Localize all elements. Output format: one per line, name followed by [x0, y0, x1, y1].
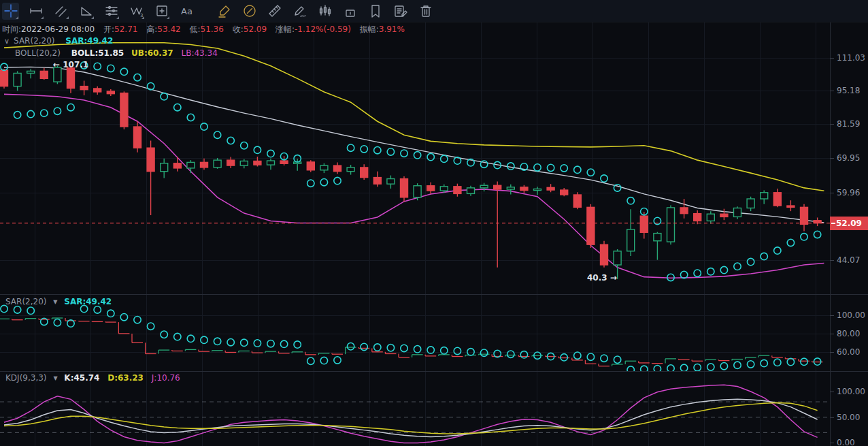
boll-lb-value: LB:43.34 [181, 48, 217, 58]
triangle-down-icon[interactable]: ▼ [53, 299, 57, 305]
boll-legend-row[interactable]: BOLL(20,2) BOLL:51.85 UB:60.37 LB:43.34 [15, 48, 218, 58]
boll-ub-value: UB:60.37 [131, 48, 173, 58]
text-tool[interactable]: Aa [178, 3, 195, 20]
high-label: 高: [146, 25, 157, 34]
kdj-k-value: K:45.74 [64, 373, 99, 383]
crosshair-tool[interactable] [2, 3, 19, 20]
dropdown-corner-icon [91, 16, 94, 19]
axis-tick [830, 58, 834, 59]
highlighter-tool[interactable] [216, 3, 233, 20]
elliott-wave-tool[interactable]: 3 [128, 3, 145, 20]
chevron-down-icon[interactable]: ∨ [4, 37, 10, 46]
lock-tool[interactable] [341, 3, 358, 20]
last-price-value: 52.09 [836, 219, 862, 228]
pane2-sar-value: SAR:49.42 [64, 297, 112, 306]
change-value: -1.12%(-0.59) [295, 25, 351, 34]
pane3-legend-row[interactable]: KDJ(9,3,3) ▼ K:45.74 D:63.23 J:10.76 [5, 373, 180, 383]
amplitude-value: 3.91% [379, 25, 405, 34]
axis-tick [830, 124, 834, 125]
high-price-annotation: ← 107.1 [53, 60, 88, 69]
boll-mid-value: BOLL:51.85 [71, 48, 124, 58]
kdj-d-value: D:63.23 [107, 373, 144, 383]
note-edit-icon [393, 3, 408, 18]
axis-tick [830, 193, 834, 193]
highlighter-icon [217, 3, 232, 18]
dropdown-corner-icon [167, 16, 169, 19]
boll-indicator-name: BOLL(20,2) [15, 48, 61, 58]
axis-tick [830, 417, 834, 418]
dropdown-corner-icon [141, 16, 144, 19]
kdj-j-value: J:10.76 [152, 373, 180, 383]
change-label: 涨幅: [276, 25, 295, 34]
low-label: 低: [189, 25, 200, 34]
circle-ruler-icon [242, 3, 257, 18]
parallel-lines-tool[interactable] [103, 3, 120, 20]
circle-measure-tool[interactable] [241, 3, 258, 20]
axis-tick [830, 158, 834, 159]
axis-tick [830, 91, 834, 91]
sar-value: SAR:49.42 [65, 36, 113, 46]
dropdown-corner-icon [41, 16, 44, 19]
time-value: 2022-06-29 08:00 [21, 25, 95, 34]
triangle-tool[interactable] [78, 3, 95, 20]
horizontal-line-tool[interactable] [27, 3, 44, 20]
kdj-indicator-name: KDJ(9,3,3) [5, 373, 47, 383]
close-value: 52.09 [244, 25, 267, 34]
dropdown-corner-icon [16, 16, 18, 19]
axis-label-pane2: 100.00 [837, 310, 865, 320]
trading-app: 3 Aa [0, 0, 868, 446]
pane2-legend-row[interactable]: SAR(2,20) ▼ SAR:49.42 [5, 297, 112, 306]
main-pane [1, 43, 824, 281]
axis-label-main: 111.03 [837, 53, 865, 63]
axis-tick [830, 260, 834, 261]
lock-icon [343, 3, 358, 18]
axis-label-main: 81.59 [837, 119, 860, 129]
sar-indicator-name: SAR(2,20) [14, 36, 54, 46]
low-price-annotation: 40.3 → [587, 273, 617, 283]
axis-label-pane2: 80.00 [837, 329, 860, 338]
candle-pattern-tool[interactable] [316, 3, 333, 20]
high-value: 53.42 [157, 25, 180, 34]
axis-label-pane2: 60.00 [837, 347, 860, 357]
triangle-down-icon[interactable]: ▼ [53, 375, 57, 381]
bookmark-tool[interactable] [367, 3, 384, 20]
axis-tick [830, 443, 834, 443]
text-tool-icon: Aa [181, 6, 193, 16]
trend-line-tool[interactable] [52, 3, 69, 20]
last-price-badge: 52.09 [830, 217, 868, 230]
axis-tick [830, 392, 834, 392]
axis-tick [830, 352, 834, 353]
axis-label-pane3: 50.00 [837, 413, 860, 422]
axis-label-pane3: 100.00 [837, 387, 865, 396]
trash-icon [418, 3, 433, 18]
amplitude-label: 振幅: [360, 25, 379, 34]
low-value: 51.36 [201, 25, 224, 34]
open-value: 52.71 [114, 25, 137, 34]
ohlc-info-line: 时间:2022-06-29 08:00 开:52.71 高:53.42 低:51… [2, 24, 411, 35]
pane2-indicator-name: SAR(2,20) [5, 297, 46, 306]
close-label: 收: [233, 25, 244, 34]
open-label: 开: [103, 25, 114, 34]
rectangle-tool[interactable] [153, 3, 170, 20]
pen-squiggle-icon [293, 3, 307, 18]
sar-legend-row[interactable]: ∨SAR(2,20) SAR:49.42 [4, 36, 113, 46]
dropdown-corner-icon [116, 16, 119, 19]
delete-tool[interactable] [417, 3, 434, 20]
axis-label-main: 69.95 [837, 153, 860, 163]
notes-tool[interactable] [392, 3, 409, 20]
dropdown-corner-icon [66, 16, 69, 19]
kdj-pane [0, 385, 830, 443]
axis-tick [830, 334, 834, 334]
brush-tool[interactable] [291, 3, 308, 20]
time-label: 时间: [2, 25, 21, 34]
drawing-toolbar: 3 Aa [0, 0, 868, 22]
ruler-icon [267, 3, 282, 18]
price-tick-icon [831, 223, 835, 224]
candlesticks-icon [318, 3, 333, 18]
axis-label-pane3: 0.00 [837, 438, 855, 446]
ruler-tool[interactable] [266, 3, 283, 20]
axis-label-main: 59.96 [837, 188, 860, 197]
axis-label-main: 44.07 [837, 255, 860, 265]
axis-tick [830, 315, 834, 316]
bookmark-icon [368, 3, 383, 18]
